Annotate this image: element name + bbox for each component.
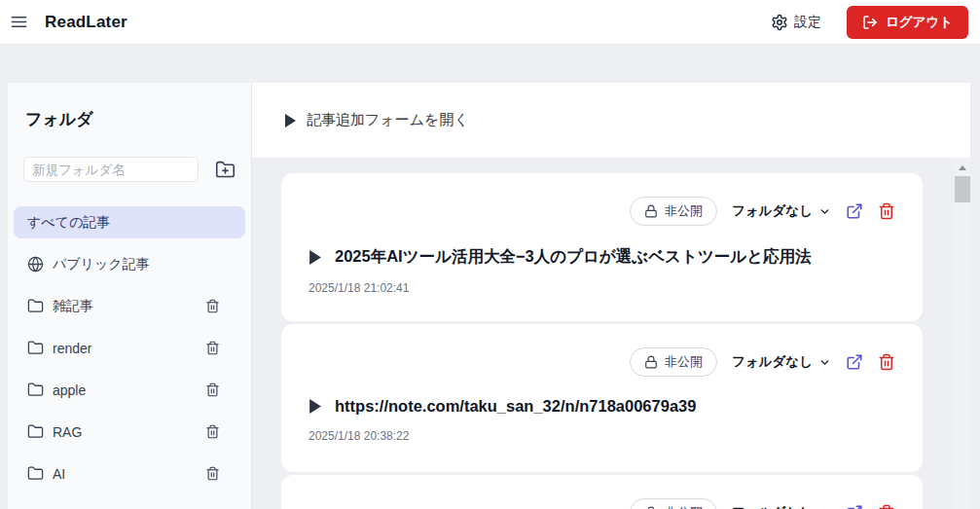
lock-icon	[644, 204, 658, 218]
article-badge-row: 非公開 フォルダなし	[309, 498, 895, 509]
main-panel: 記事追加フォームを開く 非公開 フォルダなし	[252, 83, 970, 509]
external-link-icon	[846, 353, 863, 371]
sidebar-folder-item[interactable]: 雑記事	[14, 290, 245, 322]
article-title: 2025年AIツール活用大全−3人のプロが選ぶベストツールと応用法	[335, 246, 812, 268]
visibility-label: 非公開	[665, 353, 703, 371]
add-folder-button[interactable]	[215, 160, 236, 180]
visibility-badge: 非公開	[630, 498, 717, 509]
hamburger-menu-icon[interactable]	[6, 9, 32, 35]
delete-folder-button[interactable]	[205, 382, 220, 397]
triangle-right-icon	[309, 399, 321, 414]
article-date: 2025/1/18 21:02:41	[309, 281, 895, 295]
folder-icon	[27, 423, 44, 440]
article-title-row[interactable]: https://note.com/taku_san_32/n/n718a0067…	[309, 397, 895, 416]
folder-item-label: 雑記事	[53, 298, 93, 315]
globe-icon	[27, 256, 44, 273]
folder-sidebar: フォルダ すべての記事 パブリック記事 雑記事	[8, 83, 252, 509]
settings-label: 設定	[794, 14, 821, 31]
page-layout: フォルダ すべての記事 パブリック記事 雑記事	[8, 83, 970, 509]
new-folder-name-input[interactable]	[23, 157, 199, 182]
app-header: ReadLater 設定 ログアウト	[0, 0, 980, 45]
scrollbar[interactable]	[955, 158, 970, 509]
add-article-toggle-label: 記事追加フォームを開く	[307, 111, 469, 129]
add-article-row: 記事追加フォームを開く	[252, 83, 970, 158]
article-card: 非公開 フォルダなし	[281, 475, 923, 509]
chevron-down-icon	[818, 356, 831, 369]
article-title: https://note.com/taku_san_32/n/n718a0067…	[335, 397, 696, 416]
logout-icon	[862, 15, 878, 30]
article-badge-row: 非公開 フォルダなし	[309, 197, 895, 226]
trash-icon	[878, 202, 895, 220]
trash-icon	[205, 382, 220, 397]
folder-list: すべての記事 パブリック記事 雑記事 render	[14, 206, 245, 490]
trash-icon	[878, 504, 895, 509]
lock-icon	[644, 355, 658, 369]
folder-item-label: RAG	[53, 424, 82, 440]
article-badge-row: 非公開 フォルダなし	[309, 347, 895, 377]
trash-icon	[205, 466, 220, 481]
sidebar-folder-item[interactable]: RAG	[14, 416, 245, 448]
article-title-row[interactable]: 2025年AIツール活用大全−3人のプロが選ぶベストツールと応用法	[309, 246, 895, 268]
logout-button[interactable]: ログアウト	[847, 6, 968, 39]
folder-select-dropdown[interactable]: フォルダなし	[732, 353, 831, 371]
article-card: 非公開 フォルダなし 2025年A	[281, 173, 923, 321]
article-card: 非公開 フォルダなし https:	[281, 324, 923, 472]
open-article-link-button[interactable]	[846, 202, 863, 220]
sidebar-folder-item[interactable]: パブリック記事	[14, 248, 245, 280]
triangle-right-icon	[309, 250, 321, 265]
folder-icon	[27, 382, 44, 398]
folder-item-label: apple	[53, 382, 86, 398]
visibility-label: 非公開	[665, 504, 703, 509]
triangle-right-icon	[284, 114, 296, 127]
visibility-badge: 非公開	[630, 197, 717, 226]
delete-article-button[interactable]	[878, 504, 895, 509]
sidebar-heading: フォルダ	[25, 108, 245, 130]
delete-folder-button[interactable]	[205, 299, 220, 313]
delete-folder-button[interactable]	[205, 424, 220, 439]
visibility-label: 非公開	[665, 202, 703, 220]
folder-icon	[27, 340, 44, 356]
folder-select-label: フォルダなし	[732, 202, 813, 220]
article-scroll-area: 非公開 フォルダなし 2025年A	[252, 158, 970, 509]
open-article-link-button[interactable]	[846, 504, 863, 509]
folder-item-label: render	[53, 341, 91, 356]
open-add-article-form-toggle[interactable]: 記事追加フォームを開く	[284, 111, 469, 129]
settings-button[interactable]: 設定	[771, 14, 821, 31]
sidebar-folder-item[interactable]: apple	[14, 374, 245, 406]
gear-icon	[771, 14, 788, 31]
folder-select-label: フォルダなし	[732, 504, 813, 509]
sidebar-folder-item[interactable]: render	[14, 332, 245, 364]
logout-label: ログアウト	[886, 14, 953, 31]
folder-icon	[27, 465, 44, 482]
folder-item-label: すべての記事	[27, 214, 110, 232]
scrollbar-thumb[interactable]	[955, 176, 970, 202]
trash-icon	[878, 353, 895, 371]
delete-folder-button[interactable]	[205, 466, 220, 481]
delete-article-button[interactable]	[878, 202, 895, 220]
app-title: ReadLater	[45, 13, 127, 32]
folder-select-dropdown[interactable]: フォルダなし	[732, 504, 831, 509]
new-folder-row	[23, 157, 236, 182]
folder-item-label: パブリック記事	[53, 256, 150, 273]
folder-select-label: フォルダなし	[732, 353, 813, 371]
open-article-link-button[interactable]	[846, 353, 863, 371]
external-link-icon	[846, 504, 863, 509]
delete-article-button[interactable]	[878, 353, 895, 371]
trash-icon	[205, 424, 220, 439]
folder-item-label: AI	[53, 466, 65, 482]
article-date: 2025/1/18 20:38:22	[309, 429, 895, 443]
delete-folder-button[interactable]	[205, 341, 220, 355]
sidebar-folder-item[interactable]: すべての記事	[14, 206, 245, 238]
folder-plus-icon	[215, 160, 236, 180]
visibility-badge: 非公開	[630, 347, 717, 377]
folder-icon	[27, 298, 44, 314]
trash-icon	[205, 299, 220, 313]
external-link-icon	[846, 202, 863, 220]
trash-icon	[205, 341, 220, 355]
folder-select-dropdown[interactable]: フォルダなし	[732, 202, 831, 220]
scrollbar-up-arrow-icon[interactable]	[955, 160, 970, 175]
article-card-list: 非公開 フォルダなし 2025年A	[252, 158, 970, 509]
sidebar-folder-item[interactable]: AI	[14, 457, 245, 490]
chevron-down-icon	[818, 205, 831, 218]
